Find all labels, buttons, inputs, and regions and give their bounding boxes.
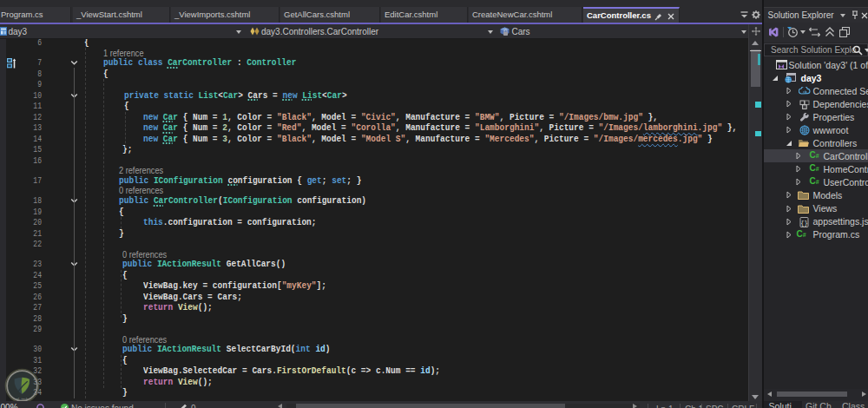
svg-text:{}: {} [800, 219, 807, 226]
